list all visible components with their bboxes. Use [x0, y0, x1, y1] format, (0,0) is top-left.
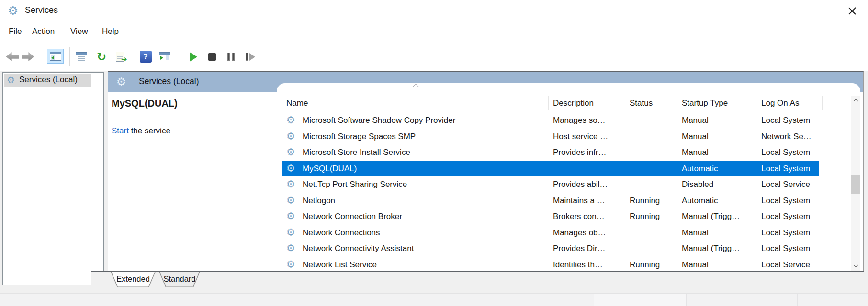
minimize-button[interactable]: [774, 0, 805, 22]
properties-button[interactable]: [74, 49, 89, 65]
back-button[interactable]: [5, 49, 20, 65]
maximize-button[interactable]: [805, 0, 836, 22]
cell-log-on-as: Local System: [761, 208, 810, 225]
scrollbar-thumb[interactable]: [851, 175, 860, 194]
service-gear-icon: ⚙: [286, 161, 295, 177]
table-row[interactable]: ⚙ Network Connections Manages ob… Manual…: [277, 225, 851, 241]
cell-startup-type: Manual: [682, 225, 709, 241]
cell-startup-type: Automatic: [682, 193, 718, 209]
cell-startup-type: Automatic: [682, 161, 718, 177]
scroll-up-button[interactable]: [851, 96, 860, 105]
menu-bar: File Action View Help: [0, 22, 868, 42]
cell-status: Running: [630, 257, 660, 271]
close-button[interactable]: [836, 0, 868, 22]
service-gear-icon: ⚙: [286, 176, 295, 193]
column-divider[interactable]: [755, 96, 755, 110]
forward-arrow-icon: [22, 52, 34, 61]
service-gear-icon: ⚙: [286, 112, 295, 129]
cell-description: Provides abil…: [553, 176, 608, 193]
refresh-button[interactable]: ↻: [94, 49, 109, 65]
table-row[interactable]: ⚙ Microsoft Storage Spaces SMP Host serv…: [277, 129, 851, 145]
cell-log-on-as: Local System: [761, 193, 810, 209]
table-row[interactable]: ⚙ Netlogon Maintains a … Running Automat…: [277, 193, 851, 209]
forward-button[interactable]: [20, 49, 35, 65]
cell-description: Host service …: [553, 129, 608, 145]
toolbar-separator: [180, 47, 180, 66]
column-divider[interactable]: [548, 96, 549, 110]
tree-item-services-local[interactable]: ⚙ Services (Local): [4, 74, 91, 87]
column-header-startup-type[interactable]: Startup Type: [682, 95, 728, 112]
vertical-scrollbar[interactable]: [851, 96, 860, 271]
table-row[interactable]: ⚙ Net.Tcp Port Sharing Service Provides …: [277, 176, 851, 193]
export-list-icon: ➔: [116, 52, 124, 62]
column-header-log-on-as[interactable]: Log On As: [761, 95, 799, 112]
chevron-down-icon: [853, 263, 858, 268]
column-divider[interactable]: [625, 96, 625, 110]
cell-description: Manages ob…: [553, 225, 606, 241]
content-area: ⚙ Services (Local) ⚙ Services (Local) My…: [0, 71, 868, 306]
cell-name: Microsoft Storage Spaces SMP: [303, 129, 416, 145]
cell-startup-type: Manual: [682, 144, 709, 161]
table-row[interactable]: ⚙ Network List Service Identifies th… Ru…: [277, 257, 851, 271]
column-header-description[interactable]: Description: [553, 95, 594, 112]
menu-help[interactable]: Help: [102, 27, 119, 36]
services-window: ⚙ Services File Action View Help ↻ ➔ ?: [0, 0, 868, 306]
column-header-status[interactable]: Status: [630, 95, 653, 112]
services-list-panel: Name Description Status Startup Type Log…: [277, 83, 860, 271]
table-row[interactable]: ⚙ Network Connectivity Assistant Provide…: [277, 240, 851, 257]
show-console-tree-button[interactable]: [47, 49, 64, 64]
table-row[interactable]: ⚙ Microsoft Store Install Service Provid…: [277, 144, 851, 161]
toolbar-separator: [133, 47, 133, 66]
scroll-down-button[interactable]: [851, 261, 860, 271]
table-row[interactable]: ⚙ MySQL(DUAL) Automatic Local System: [277, 161, 851, 177]
cell-description: Brokers con…: [553, 208, 605, 225]
help-button[interactable]: ?: [138, 49, 153, 65]
menu-view[interactable]: View: [70, 27, 88, 36]
back-arrow-icon: [6, 52, 19, 61]
start-service-button[interactable]: [186, 49, 201, 65]
service-rows: ⚙ Microsoft Software Shadow Copy Provide…: [277, 112, 851, 271]
pause-service-button[interactable]: [223, 49, 238, 65]
export-list-button[interactable]: ➔: [112, 49, 127, 65]
view-tab-bar: Extended Standard: [91, 271, 864, 293]
footer-separator: [686, 294, 687, 306]
table-row[interactable]: ⚙ Network Connection Broker Brokers con……: [277, 208, 851, 225]
cell-log-on-as: Local System: [761, 161, 810, 177]
table-header: Name Description Status Startup Type Log…: [277, 95, 851, 112]
stop-service-button[interactable]: [204, 49, 220, 65]
selected-service-name: MySQL(DUAL): [112, 97, 178, 109]
tab-standard[interactable]: Standard: [159, 272, 200, 287]
service-gear-icon: ⚙: [286, 129, 295, 145]
service-gear-icon: ⚙: [286, 225, 295, 241]
cell-name: Network Connectivity Assistant: [303, 240, 414, 257]
service-action-suffix: the service: [129, 126, 170, 135]
tab-extended[interactable]: Extended: [111, 272, 156, 287]
table-row[interactable]: ⚙ Microsoft Software Shadow Copy Provide…: [277, 112, 851, 129]
services-node-icon: ⚙: [7, 75, 15, 85]
cell-status: Running: [630, 208, 660, 225]
restart-service-button[interactable]: [242, 49, 259, 65]
cell-startup-type: Disabled: [682, 176, 713, 193]
cell-name: MySQL(DUAL): [303, 161, 357, 177]
column-header-name[interactable]: Name: [286, 95, 308, 112]
menu-action[interactable]: Action: [32, 27, 55, 36]
footer-strip: [0, 293, 868, 306]
column-divider[interactable]: [822, 96, 823, 110]
cell-startup-type: Manual: [682, 129, 709, 145]
cell-description: Manages so…: [553, 112, 606, 129]
cell-name: Network Connection Broker: [303, 208, 402, 225]
action-pane-icon: [159, 52, 170, 61]
cell-startup-type: Manual: [682, 257, 709, 271]
start-service-link[interactable]: Start: [112, 126, 129, 135]
chevron-up-icon: [853, 99, 858, 104]
menu-file[interactable]: File: [9, 27, 22, 36]
pause-icon: [227, 53, 235, 61]
cell-log-on-as: Local System: [761, 112, 810, 129]
toolbar-separator: [42, 47, 42, 66]
column-divider[interactable]: [676, 96, 676, 110]
cell-description: Provides infr…: [553, 144, 606, 161]
title-bar: ⚙ Services: [0, 0, 868, 22]
service-gear-icon: ⚙: [286, 257, 295, 271]
show-action-pane-button[interactable]: [157, 49, 172, 65]
cell-name: Netlogon: [303, 193, 335, 209]
